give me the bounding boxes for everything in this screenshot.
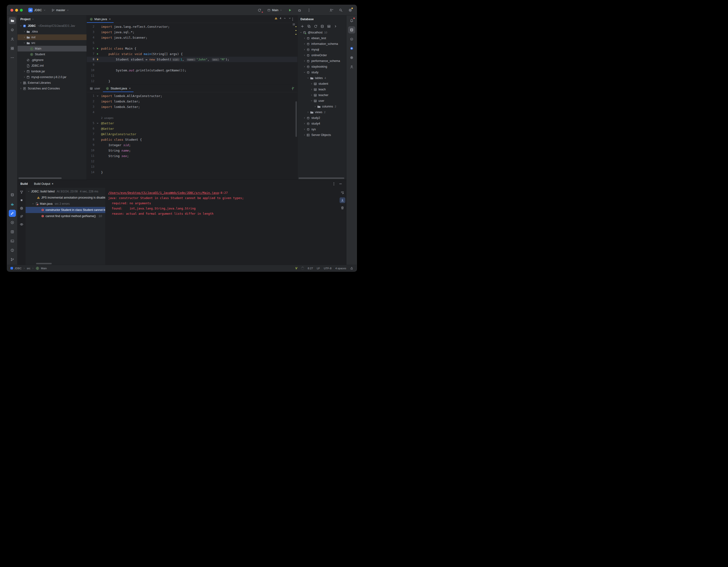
source-link[interactable]: /Users/eve/Desktop/CS/JavaEE/1_JavaWeb/C… <box>108 191 219 194</box>
main-code-area[interactable]: 2import java.lang.reflect.Constructor;3i… <box>87 23 297 84</box>
code-line[interactable]: 2import java.lang.reflect.Constructor; <box>87 24 297 29</box>
breadcrumb-main[interactable]: Main <box>41 267 47 270</box>
gutter-line-number[interactable]: 9 <box>87 142 95 148</box>
horizontal-scrollbar[interactable] <box>36 263 52 264</box>
project-tree-item--idea[interactable]: .idea <box>18 29 87 34</box>
debug-button[interactable] <box>296 7 303 13</box>
project-tree-item-student[interactable]: Student <box>18 51 87 57</box>
no-problems-check-icon[interactable] <box>291 86 295 90</box>
database-tree-item-user[interactable]: user <box>298 98 346 104</box>
services-button[interactable] <box>9 191 16 198</box>
previous-problem-icon[interactable] <box>283 17 286 20</box>
duplicate-button[interactable] <box>306 23 312 29</box>
code-line[interactable]: 11 <box>87 73 297 78</box>
database-tree-item-student[interactable]: student <box>298 81 346 87</box>
chevron-right-icon[interactable] <box>303 134 306 136</box>
code-line[interactable]: 8public class Student { <box>87 137 297 142</box>
project-tree-item-main[interactable]: Main <box>18 46 87 51</box>
code-line[interactable]: 12 <box>87 159 297 164</box>
gutter-line-number[interactable]: 13 <box>87 164 95 170</box>
data-source-properties-button[interactable] <box>319 23 325 29</box>
tab-user-table[interactable]: user <box>87 85 103 92</box>
profile-button[interactable] <box>348 63 355 70</box>
chevron-right-icon[interactable] <box>303 54 306 56</box>
chevron-right-icon[interactable] <box>303 60 306 62</box>
build-settings-button[interactable] <box>19 205 24 211</box>
database-tree-item-teacher[interactable]: teacher <box>298 92 346 98</box>
gutter-slot[interactable] <box>95 93 100 99</box>
database-tree-item-sys[interactable]: sys <box>298 126 346 132</box>
filter-button[interactable] <box>19 189 24 195</box>
close-tab-icon[interactable]: × <box>52 182 53 185</box>
docker-button[interactable] <box>9 200 16 207</box>
gutter-line-number[interactable]: 5 <box>87 40 95 46</box>
run-config-selector[interactable]: Main <box>266 8 284 13</box>
project-widget[interactable]: JD JDBC <box>27 7 47 13</box>
structure-button[interactable] <box>9 45 16 52</box>
chevron-right-icon[interactable] <box>19 87 23 90</box>
hide-panel-button[interactable] <box>338 181 343 187</box>
close-tab-icon[interactable]: × <box>109 17 111 21</box>
plugin-button[interactable] <box>348 36 355 43</box>
view-options-button[interactable] <box>19 221 24 227</box>
database-tree-item-information-schema[interactable]: information_schema <box>298 41 346 47</box>
project-tree-item-src[interactable]: src <box>18 40 87 46</box>
project-tree-item-external-libraries[interactable]: External Libraries <box>18 80 87 86</box>
gutter-line-number[interactable]: 7 <box>87 51 95 57</box>
gutter-slot[interactable] <box>95 51 100 57</box>
database-tree-item-server-objects[interactable]: Server Objects <box>298 132 346 138</box>
code-line[interactable]: 9 <box>87 62 297 68</box>
close-window-button[interactable] <box>10 9 13 12</box>
vertical-scrollbar[interactable] <box>295 101 297 137</box>
usages-hint-line[interactable]: 2 usages <box>87 115 297 120</box>
gutter-line-number[interactable]: 4 <box>87 110 95 115</box>
add-data-source-button[interactable] <box>299 23 305 29</box>
build-button[interactable] <box>9 210 16 217</box>
chevron-down-icon[interactable] <box>19 25 23 27</box>
unlock-icon[interactable] <box>350 266 353 270</box>
gutter-slot[interactable] <box>95 120 100 126</box>
table-view-button[interactable] <box>326 23 332 29</box>
code-line[interactable]: 2import lombok.Getter; <box>87 99 297 104</box>
caret-position[interactable]: 8:27 <box>308 267 313 270</box>
chevron-right-icon[interactable] <box>303 48 306 51</box>
next-problem-icon[interactable] <box>288 17 291 20</box>
chevron-down-icon[interactable] <box>306 77 310 79</box>
problems-button[interactable] <box>9 247 16 254</box>
build-more-options-button[interactable] <box>331 181 337 187</box>
gutter-line-number[interactable]: 3 <box>87 104 95 110</box>
code-line[interactable]: 6@Getter <box>87 126 297 131</box>
chevron-right-icon[interactable] <box>303 43 306 45</box>
gutter-line-number[interactable]: 14 <box>87 170 95 175</box>
project-button[interactable] <box>9 17 16 24</box>
scroll-to-end-button[interactable] <box>340 197 345 203</box>
more-tools-button[interactable] <box>9 54 16 61</box>
database-tree-item-mysql[interactable]: mysql <box>298 47 346 52</box>
inspection-widget[interactable]: 4 <box>274 17 291 20</box>
line-separator[interactable]: LF <box>317 267 320 270</box>
chevron-right-icon[interactable] <box>303 117 306 119</box>
breadcrumb-src[interactable]: src <box>27 267 30 270</box>
database-tree-item-study2[interactable]: study2 <box>298 115 346 121</box>
dependencies-button[interactable] <box>9 228 16 235</box>
gutter-line-number[interactable] <box>87 115 95 120</box>
database-tree-item-staybooking[interactable]: staybooking <box>298 64 346 69</box>
build-tree-item[interactable]: Main.javasrc 2 errors <box>26 201 105 207</box>
zoom-window-button[interactable] <box>20 9 23 12</box>
usages-hint[interactable]: 2 usages <box>101 116 114 119</box>
commit-button[interactable] <box>9 26 16 33</box>
gutter-slot[interactable] <box>95 46 100 51</box>
build-tree-item[interactable]: constructor Student in class Student can… <box>26 207 105 213</box>
notifications-button[interactable] <box>348 17 355 24</box>
expand-toolbar-button[interactable] <box>333 23 338 29</box>
gutter-line-number[interactable]: 8 <box>87 137 95 142</box>
chevron-right-icon[interactable] <box>313 105 317 108</box>
database-tree-item-columns[interactable]: columns2 <box>298 104 346 109</box>
chevron-right-icon[interactable] <box>303 128 306 130</box>
minimize-window-button[interactable] <box>15 9 18 12</box>
terminal-button[interactable] <box>9 237 16 244</box>
gutter-line-number[interactable]: 2 <box>87 24 95 29</box>
database-tree-item--localhost[interactable]: @localhost10 <box>298 30 346 35</box>
code-line[interactable]: 4 <box>87 110 297 115</box>
code-line[interactable]: 11 String sex; <box>87 153 297 159</box>
